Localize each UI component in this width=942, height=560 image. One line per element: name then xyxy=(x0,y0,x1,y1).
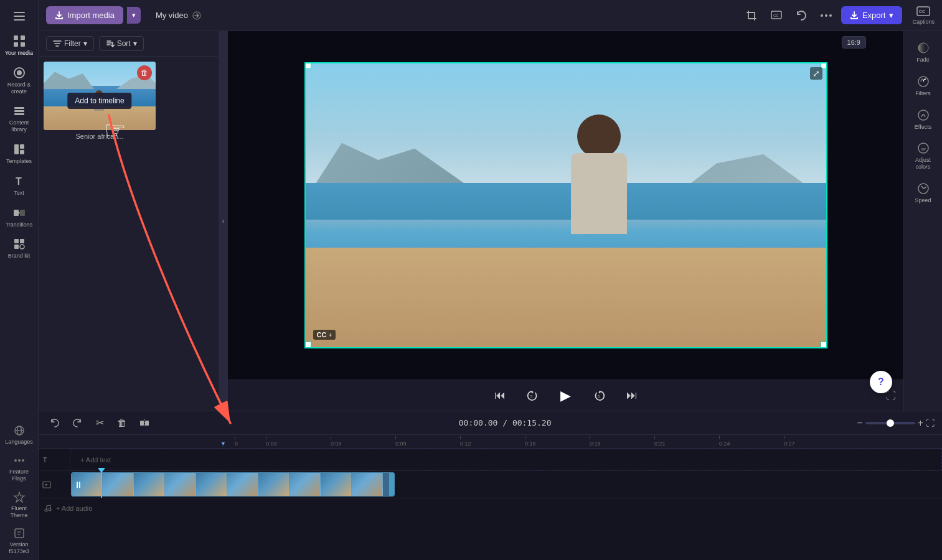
media-item-label: Senior african... xyxy=(44,133,156,140)
redo-timeline-button[interactable] xyxy=(68,414,86,432)
svg-point-43 xyxy=(918,110,928,120)
panel-collapse-button[interactable]: ‹ xyxy=(219,31,228,411)
svg-rect-19 xyxy=(20,239,24,243)
sidebar-item-templates[interactable]: Templates xyxy=(2,138,37,169)
captions-badge: CC + xyxy=(313,330,336,340)
rewind-5s-button[interactable]: 5 xyxy=(521,385,544,407)
media-grid: 🗑 Add to timeline Senior african... ☞ xyxy=(39,57,219,411)
svg-rect-28 xyxy=(15,529,24,538)
fullscreen-button[interactable]: ⛶ xyxy=(886,390,896,401)
sidebar-item-languages[interactable]: Languages xyxy=(2,421,37,449)
zoom-in-button[interactable]: + xyxy=(918,418,923,429)
right-sidebar-fade[interactable]: Fade xyxy=(906,36,941,68)
video-preview: 16:9 xyxy=(228,31,903,380)
corner-handle-bl[interactable] xyxy=(305,342,311,348)
corner-handle-br[interactable] xyxy=(821,342,827,348)
svg-point-8 xyxy=(17,70,22,75)
captions-ai-button[interactable]: CC xyxy=(766,6,786,26)
forward-5s-button[interactable]: 5 xyxy=(588,385,611,407)
split-button[interactable] xyxy=(136,414,153,432)
sidebar-item-feature-flags[interactable]: Feature Flags xyxy=(2,450,37,486)
delete-clip-button[interactable]: 🗑 xyxy=(113,414,131,432)
video-frame: ⤢ CC + xyxy=(304,62,827,348)
timeline-tracks: T + Add text ⏸ xyxy=(39,449,942,560)
skip-to-start-button[interactable]: ⏮ xyxy=(489,385,511,407)
transitions-label: Transitions xyxy=(6,222,33,228)
sidebar-item-brand-kit[interactable]: Brand kit xyxy=(2,233,37,263)
sidebar-item-record[interactable]: Record & create xyxy=(2,62,37,99)
delete-media-button[interactable]: 🗑 xyxy=(137,65,152,80)
clip-thumb-9 xyxy=(321,473,352,496)
import-media-dropdown-button[interactable]: ▾ xyxy=(127,7,141,24)
expand-timeline-button[interactable]: ⛶ xyxy=(926,418,935,428)
undo-timeline-button[interactable] xyxy=(46,414,64,432)
help-button[interactable]: ? xyxy=(870,371,892,393)
project-name: My video xyxy=(156,11,202,21)
import-media-button[interactable]: Import media xyxy=(46,6,123,24)
effects-icon xyxy=(916,108,930,122)
right-sidebar: Fade Filters Effects xyxy=(903,31,942,411)
sidebar-item-your-media[interactable]: Your media xyxy=(2,30,37,60)
svg-rect-47 xyxy=(145,421,149,426)
record-label: Record & create xyxy=(4,82,34,95)
effects-label: Effects xyxy=(915,124,931,131)
skip-to-end-button[interactable]: ⏭ xyxy=(621,385,643,407)
left-sidebar: Your media Record & create Content libra… xyxy=(0,0,39,560)
svg-rect-11 xyxy=(14,113,24,115)
add-text-button[interactable]: + Add text xyxy=(75,456,116,464)
svg-point-27 xyxy=(22,459,24,462)
right-sidebar-speed[interactable]: Speed xyxy=(906,177,941,209)
undo-button[interactable] xyxy=(791,6,811,26)
sidebar-item-content-library[interactable]: Content library xyxy=(2,100,37,137)
speed-label: Speed xyxy=(915,197,931,204)
music-note-icon xyxy=(44,504,52,513)
captions-sidebar-button[interactable]: CC Captions xyxy=(912,6,935,25)
svg-point-34 xyxy=(821,14,823,17)
right-sidebar-filters[interactable]: Filters xyxy=(906,70,941,102)
sidebar-item-fluent-theme[interactable]: Fluent Theme xyxy=(2,487,37,523)
video-clip[interactable]: ⏸ xyxy=(71,472,395,497)
feature-flags-label: Feature Flags xyxy=(4,469,34,482)
right-sidebar-adjust-colors[interactable]: Adjust colors xyxy=(906,136,941,175)
zoom-out-button[interactable]: − xyxy=(857,418,862,429)
add-audio-label: + Add audio xyxy=(56,505,92,512)
filters-icon xyxy=(916,75,930,88)
sidebar-item-transitions[interactable]: Transitions xyxy=(2,202,37,232)
play-button[interactable]: ▶ xyxy=(553,383,578,408)
zoom-controls: − + ⛶ xyxy=(857,418,935,429)
filter-button[interactable]: Filter ▾ xyxy=(46,36,94,51)
clip-end-handle[interactable] xyxy=(389,473,394,496)
speed-icon xyxy=(916,182,930,195)
export-button[interactable]: Export ▾ xyxy=(841,6,903,24)
media-panel: Filter ▾ Sort ▾ xyxy=(39,31,219,411)
brand-kit-icon xyxy=(12,236,27,251)
add-to-timeline-badge[interactable]: Add to timeline xyxy=(67,93,131,109)
crop-tool-button[interactable] xyxy=(742,6,761,26)
ruler-mark-1: 0:03 xyxy=(266,436,331,447)
video-track-content[interactable]: ⏸ xyxy=(70,471,942,498)
more-options-button[interactable] xyxy=(816,6,836,26)
sidebar-item-text[interactable]: T Text xyxy=(2,170,37,200)
zoom-slider[interactable] xyxy=(865,422,915,424)
fade-label: Fade xyxy=(916,57,930,63)
svg-text:CC: CC xyxy=(919,9,925,14)
corner-handle-tl[interactable] xyxy=(305,63,311,69)
playhead[interactable] xyxy=(101,471,102,498)
sort-button[interactable]: Sort ▾ xyxy=(99,36,144,51)
svg-rect-4 xyxy=(21,35,25,40)
svg-rect-46 xyxy=(140,421,144,426)
right-sidebar-effects[interactable]: Effects xyxy=(906,103,941,136)
svg-text:5: 5 xyxy=(530,394,533,398)
svg-rect-9 xyxy=(14,107,24,109)
clip-thumb-2 xyxy=(103,473,134,496)
video-track: ⏸ xyxy=(39,471,942,498)
add-audio-button[interactable]: + Add audio xyxy=(44,504,92,513)
text-track-content[interactable]: + Add text xyxy=(70,449,942,470)
ruler-mark-4: 0:12 xyxy=(460,436,525,447)
hamburger-menu-button[interactable] xyxy=(8,5,31,27)
cut-button[interactable]: ✂ xyxy=(91,414,108,432)
media-item[interactable]: 🗑 Add to timeline Senior african... xyxy=(44,62,156,140)
ruler-mark-0: 0 xyxy=(235,436,266,447)
sidebar-item-version[interactable]: Version f5173e3 xyxy=(2,523,37,559)
import-media-label: Import media xyxy=(67,11,115,20)
